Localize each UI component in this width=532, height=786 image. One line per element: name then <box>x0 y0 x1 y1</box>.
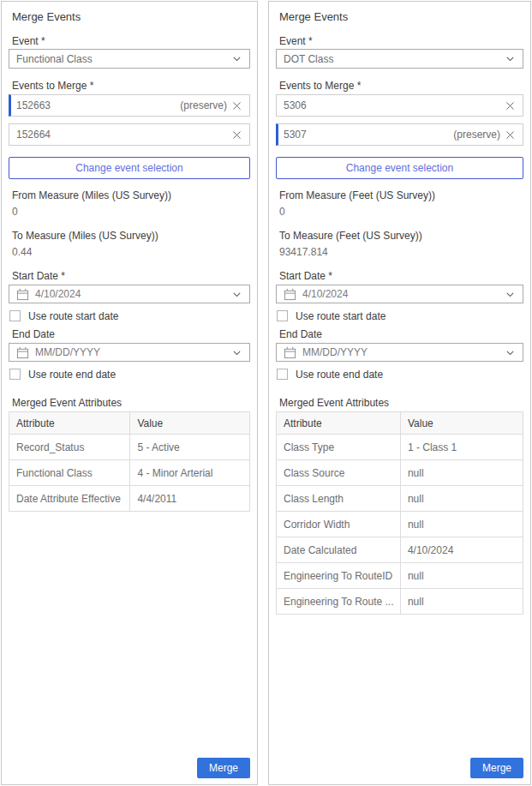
events-to-merge-label: Events to Merge * <box>12 80 250 92</box>
event-id: 152663 <box>16 99 180 111</box>
attribute-cell: Class Length <box>277 486 401 511</box>
calendar-icon <box>284 288 296 301</box>
end-date-picker[interactable]: MM/DD/YYYY <box>9 343 250 362</box>
chevron-down-icon <box>505 347 516 358</box>
use-route-start-date-checkbox[interactable] <box>277 310 288 321</box>
from-measure-label: From Measure (Feet (US Survey)) <box>279 189 523 201</box>
value-cell: 5 - Active <box>130 435 249 459</box>
chevron-down-icon <box>231 289 242 300</box>
from-measure-value: 0 <box>279 206 523 218</box>
use-route-end-date-label: Use route end date <box>296 369 383 381</box>
table-row: Class Source null <box>277 460 523 486</box>
event-select[interactable]: DOT Class <box>276 49 523 69</box>
attribute-cell: Engineering To RouteID <box>277 563 401 588</box>
value-cell: 4/4/2011 <box>130 486 249 511</box>
panel-footer: Merge <box>276 758 523 778</box>
value-cell: null <box>401 589 523 614</box>
end-date-placeholder: MM/DD/YYYY <box>35 346 225 358</box>
value-cell: null <box>401 460 523 485</box>
remove-icon[interactable] <box>231 129 242 141</box>
table-header-row: Attribute Value <box>9 412 249 435</box>
preserve-tag: (preserve) <box>453 129 500 141</box>
panel-title: Merge Events <box>12 10 250 24</box>
to-measure-label: To Measure (Miles (US Survey)) <box>12 230 250 242</box>
merged-event-attributes-table: Attribute Value Class Type 1 - Class 1 C… <box>276 411 523 615</box>
start-date-picker[interactable]: 4/10/2024 <box>9 285 250 303</box>
change-event-selection-button[interactable]: Change event selection <box>9 157 250 179</box>
value-cell: null <box>401 486 523 511</box>
start-date-picker[interactable]: 4/10/2024 <box>276 285 523 303</box>
table-row: Date Calculated 4/10/2024 <box>277 537 523 563</box>
remove-icon[interactable] <box>231 100 242 111</box>
merge-button[interactable]: Merge <box>470 758 523 778</box>
use-route-end-date-checkbox[interactable] <box>277 369 288 380</box>
event-id: 5306 <box>284 99 500 111</box>
event-label: Event * <box>12 35 250 47</box>
start-date-label: Start Date * <box>12 270 250 282</box>
calendar-icon <box>16 288 29 301</box>
preserve-tag: (preserve) <box>180 99 227 111</box>
value-header: Value <box>130 412 249 434</box>
merge-events-panel-right: Merge Events Event * DOT Class Events to… <box>268 1 531 785</box>
calendar-icon <box>284 346 296 359</box>
use-route-end-date-label: Use route end date <box>28 369 116 381</box>
attribute-cell: Record_Status <box>9 435 130 459</box>
attribute-cell: Engineering To Route ... <box>277 589 401 614</box>
merge-event-item[interactable]: 5307 (preserve) <box>276 123 523 146</box>
value-cell: 4 - Minor Arterial <box>130 460 249 485</box>
merge-button[interactable]: Merge <box>197 758 250 778</box>
panel-footer: Merge <box>9 758 250 778</box>
remove-icon[interactable] <box>505 129 516 141</box>
attribute-cell: Functional Class <box>9 460 130 485</box>
table-row: Corridor Width null <box>277 512 523 537</box>
attribute-cell: Corridor Width <box>277 512 401 537</box>
event-id: 152664 <box>16 129 227 141</box>
end-date-label: End Date <box>12 328 250 340</box>
attribute-cell: Class Type <box>277 435 401 459</box>
table-row: Engineering To Route ... null <box>277 589 523 614</box>
use-route-start-date-checkbox[interactable] <box>9 310 21 321</box>
value-cell: 1 - Class 1 <box>401 435 523 459</box>
merged-event-attributes-title: Merged Event Attributes <box>12 397 250 409</box>
merge-events-page: Merge Events Event * Functional Class Ev… <box>0 0 532 786</box>
end-date-picker[interactable]: MM/DD/YYYY <box>276 343 523 362</box>
use-route-end-date-checkbox[interactable] <box>9 369 21 380</box>
use-route-end-date-row: Use route end date <box>9 368 250 381</box>
attribute-cell: Date Attribute Effective <box>9 486 130 511</box>
table-row: Functional Class 4 - Minor Arterial <box>9 460 249 486</box>
change-event-selection-button[interactable]: Change event selection <box>276 157 523 179</box>
event-select[interactable]: Functional Class <box>9 49 250 69</box>
use-route-start-date-row: Use route start date <box>9 309 250 322</box>
merge-event-item[interactable]: 152663 (preserve) <box>9 94 250 117</box>
to-measure-value: 93417.814 <box>279 246 523 258</box>
value-cell: null <box>401 563 523 588</box>
event-id: 5307 <box>284 129 453 141</box>
from-measure-label: From Measure (Miles (US Survey)) <box>12 189 250 201</box>
attribute-cell: Class Source <box>277 460 401 485</box>
end-date-placeholder: MM/DD/YYYY <box>302 346 499 358</box>
chevron-down-icon <box>505 53 516 64</box>
table-row: Class Length null <box>277 486 523 512</box>
table-row: Record_Status 5 - Active <box>9 435 249 460</box>
calendar-icon <box>16 346 29 359</box>
merged-event-attributes-title: Merged Event Attributes <box>279 397 523 409</box>
chevron-down-icon <box>505 289 516 300</box>
use-route-end-date-row: Use route end date <box>277 368 523 381</box>
end-date-label: End Date <box>279 328 523 340</box>
merged-event-attributes-table: Attribute Value Record_Status 5 - Active… <box>9 411 250 512</box>
merge-event-item[interactable]: 5306 <box>276 94 523 117</box>
table-header-row: Attribute Value <box>277 412 523 435</box>
events-to-merge-label: Events to Merge * <box>279 80 523 92</box>
attribute-header: Attribute <box>9 412 130 434</box>
merge-events-panel-left: Merge Events Event * Functional Class Ev… <box>1 1 258 785</box>
merge-event-item[interactable]: 152664 <box>9 123 250 146</box>
table-row: Date Attribute Effective 4/4/2011 <box>9 486 249 511</box>
remove-icon[interactable] <box>505 100 516 111</box>
event-select-value: DOT Class <box>284 53 505 65</box>
use-route-start-date-label: Use route start date <box>28 310 118 322</box>
start-date-label: Start Date * <box>279 270 523 282</box>
table-row: Engineering To RouteID null <box>277 563 523 589</box>
start-date-value: 4/10/2024 <box>302 288 499 300</box>
to-measure-value: 0.44 <box>12 246 250 258</box>
attribute-cell: Date Calculated <box>277 537 401 562</box>
